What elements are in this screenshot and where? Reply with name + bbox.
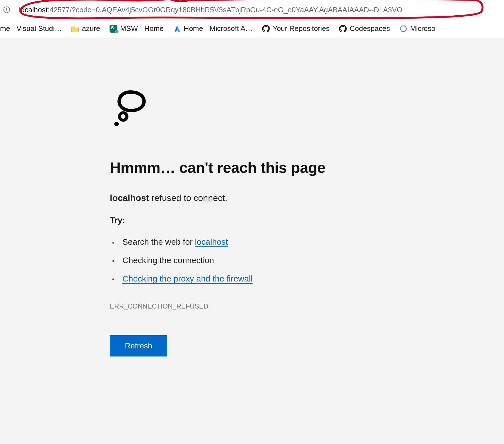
bookmark-label: me - Visual Studi… bbox=[0, 24, 62, 33]
try-label: Try: bbox=[110, 215, 394, 225]
url-path: :42577/?code=0.AQEAv4j5cvGGr0GRqy180BHbR… bbox=[48, 6, 403, 14]
tips-list: Search the web for localhost Checking th… bbox=[110, 233, 394, 288]
error-page-content: Hmmm… can't reach this page localhost re… bbox=[0, 38, 504, 356]
tip-connection-text: Checking the connection bbox=[122, 256, 214, 265]
bookmark-label: Home - Microsoft A… bbox=[184, 24, 253, 33]
bookmark-azure-home[interactable]: Home - Microsoft A… bbox=[173, 24, 253, 33]
tip-proxy: Checking the proxy and the firewall bbox=[110, 270, 394, 288]
error-refused-text: refused to connect. bbox=[149, 193, 227, 203]
url-host: localhost bbox=[19, 6, 48, 14]
error-code: ERR_CONNECTION_REFUSED bbox=[110, 302, 394, 310]
tip-search: Search the web for localhost bbox=[110, 233, 394, 252]
error-box: Hmmm… can't reach this page localhost re… bbox=[110, 85, 394, 356]
bookmark-microsoft[interactable]: Microso bbox=[399, 24, 435, 33]
bookmark-msw-home[interactable]: MSW - Home bbox=[110, 24, 164, 33]
search-localhost-link[interactable]: localhost bbox=[195, 237, 228, 246]
copilot-icon bbox=[399, 25, 407, 33]
svg-point-2 bbox=[6, 8, 7, 9]
bookmarks-bar: me - Visual Studi… azure MSW - Home Home… bbox=[0, 20, 504, 38]
svg-point-4 bbox=[114, 122, 119, 126]
bookmark-label: Your Repositories bbox=[273, 24, 329, 33]
address-bar-container: localhost:42577/?code=0.AQEAv4j5cvGGr0GR… bbox=[0, 0, 504, 20]
github-icon bbox=[262, 25, 270, 33]
address-bar[interactable]: localhost:42577/?code=0.AQEAv4j5cvGGr0GR… bbox=[14, 3, 501, 17]
sharepoint-icon bbox=[110, 25, 117, 33]
proxy-firewall-link[interactable]: Checking the proxy and the firewall bbox=[122, 274, 253, 283]
bookmark-azure-folder[interactable]: azure bbox=[71, 24, 100, 33]
bookmark-label: Codespaces bbox=[350, 24, 390, 33]
bookmark-visual-studio[interactable]: me - Visual Studi… bbox=[0, 24, 62, 33]
github-icon bbox=[339, 25, 347, 33]
error-headline: Hmmm… can't reach this page bbox=[110, 159, 394, 176]
tip-connection: Checking the connection bbox=[110, 252, 394, 270]
error-host: localhost bbox=[110, 193, 149, 203]
bookmark-label: Microso bbox=[410, 24, 435, 33]
site-info-icon[interactable] bbox=[3, 6, 11, 14]
bookmark-your-repositories[interactable]: Your Repositories bbox=[262, 24, 329, 33]
refresh-button[interactable]: Refresh bbox=[110, 335, 167, 356]
tip-search-prefix: Search the web for bbox=[122, 237, 195, 246]
bookmark-label: azure bbox=[82, 24, 100, 33]
svg-point-3 bbox=[120, 113, 127, 120]
bookmark-label: MSW - Home bbox=[120, 24, 164, 33]
bookmark-codespaces[interactable]: Codespaces bbox=[339, 24, 390, 33]
folder-icon bbox=[71, 25, 79, 33]
azure-icon bbox=[173, 25, 181, 33]
thought-bubble-icon bbox=[110, 85, 394, 131]
error-subline: localhost refused to connect. bbox=[110, 193, 394, 203]
